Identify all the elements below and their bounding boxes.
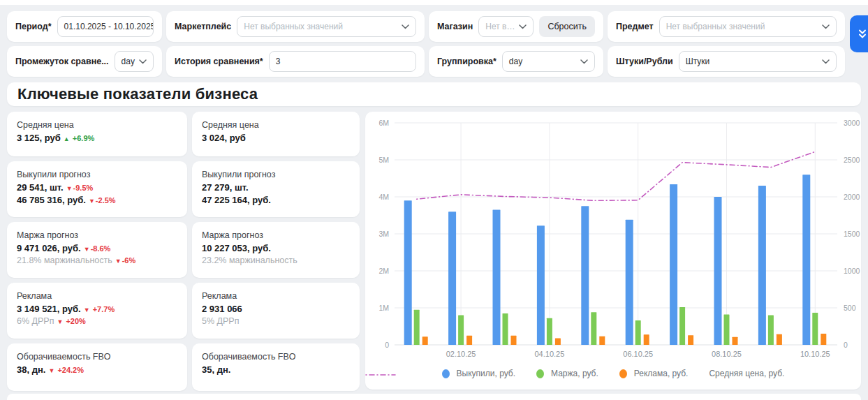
kpi-value: 47 225 164, руб. <box>202 195 271 205</box>
filter-card-subject: Предмет Нет выбранных значений <box>608 11 845 42</box>
marketplace-select[interactable]: Нет выбранных значений <box>237 16 416 37</box>
units-label: Штуки/Рубли <box>616 57 673 66</box>
legend-item[interactable]: Маржа, руб. <box>536 369 598 378</box>
reset-button[interactable]: Сбросить <box>539 16 595 37</box>
kpi-subvalue: 5% ДРРп <box>202 316 239 326</box>
kpi-title: Маржа прогноз <box>202 230 350 240</box>
kpi-delta: ▼ +24.2% <box>48 366 84 374</box>
bar <box>724 315 730 345</box>
kpi-value: 29 541, шт. <box>17 182 64 193</box>
period-value: 01.10.2025 - 10.10.2025 <box>64 22 154 31</box>
kpi-title: Выкупили прогноз <box>202 170 350 179</box>
bar <box>511 336 517 345</box>
y-left-tick-label: 2M <box>378 267 389 275</box>
legend-label: Реклама, руб. <box>634 369 689 378</box>
kpi-delta: ▼-6% <box>115 256 135 265</box>
chart-legend: Выкупили, руб.Маржа, руб.Реклама, руб.Ср… <box>365 369 861 378</box>
kpi-chart-svg: 02.10.2504.10.2506.10.2508.10.2510.10.25… <box>365 114 861 360</box>
triangle-down-icon: ▼ <box>89 198 95 205</box>
kpi-delta: ▼ +7.7% <box>84 305 115 313</box>
kpi-card-avg-price-previous: Средняя цена 3 024, руб <box>192 112 360 156</box>
store-placeholder: Нет выбранных значений <box>485 22 515 31</box>
subject-select[interactable]: Нет выбранных значений <box>659 16 837 37</box>
bar <box>626 220 633 345</box>
filter-row-2: Промежуток сравне... day История сравнен… <box>7 46 845 77</box>
grouping-value: day <box>509 57 522 66</box>
legend-label: Выкупили, руб. <box>457 369 515 378</box>
bar <box>670 184 677 345</box>
y-right-tick-label: 1000 <box>844 267 860 275</box>
grouping-select[interactable]: day <box>502 51 595 72</box>
store-label: Магазин <box>437 22 473 31</box>
legend-dot-icon <box>536 369 544 378</box>
x-tick-label: 02.10.25 <box>446 350 476 358</box>
kpi-card-turnover-previous: Оборачиваемость FBO 35, дн. <box>192 343 360 391</box>
kpi-card-avg-price-current: Средняя цена 3 125, руб▲ +6.9% <box>7 112 187 156</box>
bar <box>644 334 649 345</box>
compare-history-label: История сравнения* <box>175 57 263 66</box>
kpi-subvalue: 23.2% маржинальность <box>202 255 297 265</box>
y-left-tick-label: 4M <box>378 193 389 201</box>
kpi-title: Маржа прогноз <box>17 230 177 240</box>
compare-interval-value: day <box>122 57 135 66</box>
next-section-edge <box>7 394 861 400</box>
bar <box>635 320 641 345</box>
store-select[interactable]: Нет выбранных значений <box>478 16 534 37</box>
legend-item[interactable]: Реклама, руб. <box>619 369 689 378</box>
kpi-value: 2 931 066 <box>202 304 242 314</box>
legend-item[interactable]: Средняя цена, руб. <box>709 369 784 378</box>
compare-history-input[interactable]: 3 <box>269 51 416 72</box>
bar <box>547 318 552 345</box>
section-title-card: Ключевые показатели бизнеса <box>7 82 861 106</box>
bar <box>458 316 464 345</box>
compare-interval-select[interactable]: day <box>115 51 154 72</box>
kpi-subvalue: 21.8% маржинальность <box>17 255 112 265</box>
kpi-delta: ▼-8.6% <box>84 244 111 253</box>
y-right-tick-label: 3000 <box>844 119 860 127</box>
bar <box>679 307 685 345</box>
x-tick-label: 04.10.25 <box>534 350 564 358</box>
triangle-down-icon: ▼ <box>84 246 90 253</box>
kpi-value: 10 227 053, руб. <box>202 243 271 253</box>
filter-bar: Период* 01.10.2025 - 10.10.2025 Маркетпл… <box>7 11 845 77</box>
triangle-down-icon: ▼ <box>57 318 63 325</box>
bar <box>503 313 508 345</box>
kpi-title: Реклама <box>202 291 350 301</box>
kpi-row-margin: Маржа прогноз 9 471 026, руб.▼-8.6% 21.8… <box>7 222 360 278</box>
kpi-value: 38, дн. <box>17 364 45 375</box>
expand-filters-button[interactable] <box>850 15 868 52</box>
bar <box>733 337 738 345</box>
units-value: Штуки <box>686 57 710 66</box>
bar <box>802 175 810 345</box>
period-input[interactable]: 01.10.2025 - 10.10.2025 <box>57 16 154 37</box>
kpi-value: 3 149 521, руб. <box>17 304 81 314</box>
double-chevron-down-icon <box>857 28 868 40</box>
marketplace-placeholder: Нет выбранных значений <box>244 22 343 31</box>
triangle-down-icon: ▼ <box>48 367 54 374</box>
kpi-grid: Средняя цена 3 125, руб▲ +6.9% Средняя ц… <box>7 112 360 391</box>
bar <box>591 312 596 345</box>
bar-series-2 <box>414 307 818 345</box>
y-right-tick-label: 0 <box>844 341 848 349</box>
filter-card-units: Штуки/Рубли Штуки <box>608 46 845 77</box>
filter-card-compare-interval: Промежуток сравне... day <box>7 46 162 77</box>
kpi-card-ads-previous: Реклама 2 931 066 5% ДРРп <box>192 283 360 339</box>
legend-item[interactable]: Выкупили, руб. <box>442 369 515 378</box>
bar <box>555 338 561 345</box>
filter-card-period: Период* 01.10.2025 - 10.10.2025 <box>7 11 162 42</box>
x-tick-label: 06.10.25 <box>623 350 653 358</box>
units-select[interactable]: Штуки <box>679 51 837 72</box>
bar <box>758 186 766 345</box>
y-right-tick-label: 1500 <box>844 230 860 238</box>
kpi-card-purchases-previous: Выкупили прогноз 27 279, шт. 47 225 164,… <box>192 161 360 217</box>
kpi-card-margin-current: Маржа прогноз 9 471 026, руб.▼-8.6% 21.8… <box>7 222 187 278</box>
chevron-down-icon <box>822 24 830 29</box>
kpi-row-purchases: Выкупили прогноз 29 541, шт.▼-9.5% 46 78… <box>7 161 360 217</box>
bar <box>581 206 589 345</box>
filter-card-compare-history: История сравнения* 3 <box>166 46 425 77</box>
kpi-value: 3 024, руб <box>202 133 246 143</box>
kpi-card-margin-previous: Маржа прогноз 10 227 053, руб. 23.2% мар… <box>192 222 360 278</box>
bar <box>493 210 501 345</box>
kpi-value: 35, дн. <box>202 364 230 375</box>
legend-dashdot-line-icon <box>365 371 396 378</box>
